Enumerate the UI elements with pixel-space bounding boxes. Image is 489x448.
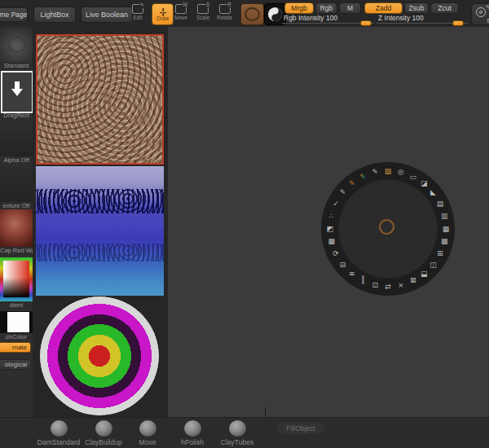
switch-color-swatch[interactable] [0, 311, 33, 333]
ring-menu-icon[interactable]: ⟳ [333, 250, 339, 257]
ring-menu-icon[interactable]: ▥ [441, 213, 448, 220]
matcap-red-wax-thumb[interactable] [0, 209, 33, 247]
move-icon: M [175, 4, 187, 14]
document-canvas[interactable]: ▨◎▭◪◣▤▥▦▩⊞◫⬓⊠×⇄⊡║≡⊟⟳▩◩∴✓✎✎✎✎ [168, 27, 489, 417]
ring-menu-icon[interactable]: ⊞ [437, 250, 443, 257]
brush-standard-thumb[interactable] [0, 27, 33, 62]
brush-swirl-icon [8, 37, 26, 53]
bullseye-texture-thumb[interactable] [40, 296, 159, 415]
brush-move[interactable]: Move [123, 420, 172, 446]
ring-menu-icon[interactable]: × [398, 282, 404, 289]
fillobject-button[interactable]: FillObject [276, 421, 325, 435]
matcap-red-wax-label: Cap Red Wax [0, 247, 33, 254]
ring-menu-icon[interactable]: ⊠ [410, 277, 416, 284]
down-arrow-icon [11, 89, 23, 96]
z-intensity-handle[interactable] [452, 20, 464, 26]
secondary-color-swatch[interactable] [7, 312, 29, 332]
texture-off-thumb[interactable] [0, 166, 33, 202]
ring-menu-icon[interactable]: ◣ [430, 189, 436, 196]
rotate-icon: R [219, 4, 231, 14]
brush-circle-icon [244, 7, 260, 21]
ring-menu-icon[interactable]: ◪ [421, 180, 428, 187]
rgb-button[interactable]: Rgb [315, 2, 337, 14]
ring-menu-icon[interactable]: ◩ [327, 226, 334, 233]
material-sphere-icon [267, 7, 283, 22]
pen-icon: ✎ [486, 4, 489, 11]
ring-menu-icon[interactable]: ✎ [349, 180, 355, 187]
brush-sphere-icon [51, 420, 68, 437]
scale-icon: S [197, 4, 209, 14]
top-toolbar: me Page LightBox Live Boolean ✎ Edit -¦-… [0, 0, 489, 28]
draw-crosshair-icon: -¦- [160, 8, 165, 15]
brown-straw-texture-thumb[interactable] [36, 34, 164, 165]
stroke-dragrect-label: DragRect [0, 112, 33, 119]
z-intensity-slider[interactable]: Z Intensity 100 [377, 14, 468, 24]
radial-quick-menu[interactable]: ▨◎▭◪◣▤▥▦▩⊞◫⬓⊠×⇄⊡║≡⊟⟳▩◩∴✓✎✎✎✎ [321, 162, 455, 296]
ring-menu-icon[interactable]: ◫ [430, 261, 437, 269]
lightbox-button[interactable]: LightBox [33, 7, 76, 23]
brush-standard-label: Standard [0, 62, 33, 69]
brush-hpolish[interactable]: hPolish [168, 420, 217, 446]
mrgb-button[interactable]: Mrgb [284, 2, 314, 14]
live-boolean-button[interactable]: Live Boolean [81, 7, 133, 23]
texture-off-label: exture Off [0, 202, 33, 209]
alpha-off-thumb[interactable] [0, 121, 33, 156]
edit-button[interactable]: ✎ Edit [132, 4, 143, 20]
ring-menu-icon[interactable]: ▩ [328, 238, 336, 245]
brush-sphere-icon [139, 420, 156, 437]
ring-menu-icon[interactable]: ✓ [333, 200, 339, 208]
blue-water-texture-thumb[interactable] [36, 166, 164, 296]
ring-menu-icon[interactable]: ✎ [340, 189, 346, 196]
ring-menu-icon[interactable]: ⊡ [372, 282, 378, 289]
stroke-dragrect-thumb[interactable] [1, 71, 33, 113]
ring-menu-icon[interactable]: ⊟ [340, 261, 346, 269]
brush-claytubes[interactable]: ClayTubes [213, 420, 262, 446]
alpha-off-label: Alpha Off [0, 156, 33, 164]
ring-menu-icon[interactable]: ║ [360, 277, 364, 284]
edit-icon: ✎ [132, 4, 143, 14]
ring-menu-icon[interactable]: ▩ [441, 238, 448, 245]
pencil-icon: ✎ [139, 2, 145, 8]
home-page-button[interactable]: me Page [0, 7, 28, 22]
gradient-label: dient [0, 301, 33, 309]
draw-button[interactable]: -¦- Draw [152, 3, 174, 25]
brush-claybuildup[interactable]: ClayBuildup [79, 420, 128, 446]
saturation-square[interactable] [3, 261, 29, 297]
ring-menu-icon[interactable]: ≡ [349, 270, 355, 278]
rgb-intensity-slider[interactable]: Rgb Intensity 100 [282, 14, 374, 24]
move-button[interactable]: M Move [174, 4, 187, 20]
zadd-button[interactable]: Zadd [364, 2, 403, 14]
ring-menu-icon[interactable]: ▭ [410, 173, 417, 181]
rgb-intensity-handle[interactable] [360, 20, 372, 26]
scale-button[interactable]: S Scale [196, 4, 209, 20]
rotate-button[interactable]: R Rotate [217, 4, 232, 20]
zsub-button[interactable]: Zsub [404, 2, 429, 14]
ring-menu-icon[interactable]: ◎ [398, 169, 404, 176]
stroke-settings-button[interactable]: ✎ S [471, 3, 489, 25]
ring-menu-icon[interactable]: ⬓ [421, 270, 428, 278]
ring-menu-icon[interactable]: ∴ [329, 213, 334, 220]
ring-menu-icon[interactable]: ✎ [359, 173, 366, 181]
bottom-brush-tray: DamStandard ClayBuildup Move hPolish Cla… [0, 417, 489, 448]
brush-sphere-icon [184, 420, 201, 437]
switch-color-label: chColor [0, 333, 33, 340]
ring-menu-icon[interactable]: ▤ [437, 200, 444, 208]
ring-menu-icon[interactable]: ✎ [372, 169, 378, 176]
topological-button[interactable]: ological [0, 359, 31, 370]
brush-damstandard[interactable]: DamStandard [34, 420, 83, 446]
ring-menu-icon[interactable]: ▦ [443, 226, 450, 233]
m-button[interactable]: M [339, 2, 361, 14]
brush-cursor-circle [379, 219, 394, 235]
ring-menu-icon[interactable]: ⇄ [385, 283, 391, 291]
zcut-button[interactable]: Zcut [430, 2, 459, 14]
left-shelf: Standard DragRect Alpha Off exture Off C… [0, 27, 33, 417]
brush-sphere-icon [229, 420, 246, 437]
color-picker-gradient[interactable] [0, 257, 33, 301]
ring-menu-icon[interactable]: ▨ [385, 168, 392, 175]
texture-tray [33, 27, 168, 417]
alternate-button[interactable]: rnate [0, 342, 31, 353]
current-brush-button[interactable] [240, 3, 264, 25]
brush-sphere-icon [95, 420, 112, 437]
